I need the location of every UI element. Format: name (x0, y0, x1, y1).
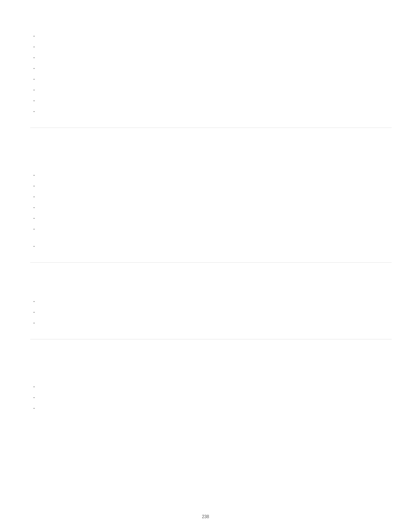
list-item (38, 311, 392, 321)
section-4 (30, 385, 392, 417)
list-item (38, 56, 392, 67)
section-1 (30, 34, 392, 121)
page-number: 238 (0, 514, 411, 519)
list-item (38, 99, 392, 110)
section-divider (30, 339, 392, 339)
bullet-list (30, 34, 392, 121)
list-item (38, 206, 392, 217)
list-item (38, 78, 392, 88)
list-item (38, 245, 392, 255)
section-3 (30, 300, 392, 332)
list-item (38, 174, 392, 184)
section-divider (30, 128, 392, 128)
document-page: 238 (0, 0, 411, 532)
bullet-list (30, 300, 392, 332)
list-item (38, 300, 392, 311)
list-item (38, 227, 392, 245)
list-item (38, 195, 392, 206)
list-item (38, 88, 392, 99)
section-divider (30, 262, 392, 263)
list-item (38, 67, 392, 78)
list-item (38, 217, 392, 227)
list-item (38, 45, 392, 56)
list-item (38, 385, 392, 396)
bullet-list (30, 385, 392, 417)
list-item (38, 407, 392, 417)
list-item (38, 34, 392, 45)
bullet-list (30, 174, 392, 255)
list-item (38, 184, 392, 195)
section-2 (30, 174, 392, 255)
list-item (38, 110, 392, 121)
list-item (38, 396, 392, 407)
list-item (38, 321, 392, 332)
